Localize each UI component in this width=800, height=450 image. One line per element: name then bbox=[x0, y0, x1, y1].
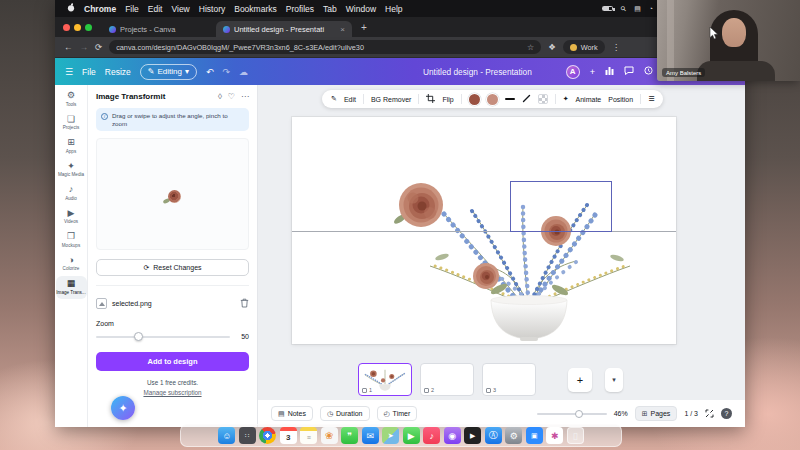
page-thumbnail-2[interactable]: 2 bbox=[420, 363, 474, 396]
more-options-icon[interactable]: ⋯ bbox=[241, 92, 249, 101]
reload-button[interactable]: ⟳ bbox=[95, 42, 102, 52]
flip-button[interactable]: Flip bbox=[442, 96, 453, 103]
sidebar-item-mockups[interactable]: ❐ Mockups bbox=[56, 229, 87, 252]
dock-icon-slack[interactable]: ✱ bbox=[546, 427, 563, 444]
hamburger-menu-icon[interactable]: ☰ bbox=[65, 67, 73, 77]
menu-item-help[interactable]: Help bbox=[385, 4, 402, 14]
participant-video[interactable]: Amy Balsters bbox=[657, 0, 800, 81]
position-button[interactable]: Position bbox=[608, 96, 633, 103]
resize-menu[interactable]: Resize bbox=[105, 67, 131, 77]
dock-icon-chrome[interactable] bbox=[259, 427, 276, 444]
help-button[interactable]: ? bbox=[721, 408, 732, 419]
sidebar-item-videos[interactable]: ▶ Videos bbox=[56, 206, 87, 229]
sidebar-item-magic-media[interactable]: ✦ Magic Media bbox=[56, 159, 87, 182]
sidebar-item-projects[interactable]: ❏ Projects bbox=[56, 112, 87, 135]
sidebar-item-audio[interactable]: ♪ Audio bbox=[56, 182, 87, 205]
browser-menu-icon[interactable]: ⋮ bbox=[612, 42, 621, 52]
window-zoom-button[interactable] bbox=[85, 24, 92, 31]
slide-line-element[interactable] bbox=[292, 231, 676, 232]
page-thumbnail-3[interactable]: 3 bbox=[482, 363, 536, 396]
bookmark-star-icon[interactable]: ☆ bbox=[527, 43, 534, 52]
undo-icon[interactable]: ↶ bbox=[206, 67, 214, 77]
browser-profile-chip[interactable]: Work bbox=[563, 40, 605, 54]
adjust-sliders-icon[interactable]: ☰ bbox=[648, 95, 654, 103]
menu-item-window[interactable]: Window bbox=[346, 4, 376, 14]
dock-icon-messages[interactable]: ❞ bbox=[341, 427, 358, 444]
browser-tab-projects[interactable]: Projects - Canva bbox=[102, 21, 210, 37]
dock-icon-maps[interactable]: ➤ bbox=[382, 427, 399, 444]
account-avatar[interactable]: A bbox=[566, 65, 580, 79]
editing-mode-dropdown[interactable]: ✎ Editing ▾ bbox=[140, 64, 197, 80]
pages-view-button[interactable]: ⊞ Pages bbox=[635, 406, 678, 421]
sidebar-item-colorize[interactable]: ◑ Colorize bbox=[56, 253, 87, 276]
page-thumbnail-1[interactable]: 1 bbox=[358, 363, 412, 396]
like-icon[interactable]: ♡ bbox=[228, 92, 235, 101]
zoom-slider-knob[interactable] bbox=[134, 332, 143, 341]
line-style-icon[interactable] bbox=[522, 94, 531, 104]
menu-item-tab[interactable]: Tab bbox=[323, 4, 337, 14]
duration-button[interactable]: ◷ Duration bbox=[320, 406, 370, 421]
invite-member-icon[interactable]: + bbox=[590, 67, 595, 77]
insights-icon[interactable] bbox=[605, 66, 614, 77]
dock-icon-app-store[interactable]: Ⓐ bbox=[485, 427, 502, 444]
dock-icon-launchpad[interactable]: ∷ bbox=[239, 427, 256, 444]
comments-icon[interactable] bbox=[624, 66, 634, 77]
url-field[interactable]: canva.com/design/DAGvOB0IqgM/_Pwee7VR3n3… bbox=[109, 40, 541, 54]
transform-preview[interactable] bbox=[96, 138, 249, 250]
menu-item-history[interactable]: History bbox=[199, 4, 225, 14]
control-center-icon[interactable]: ▤ bbox=[634, 5, 641, 13]
forward-button[interactable]: → bbox=[80, 42, 89, 52]
zoom-slider[interactable] bbox=[96, 336, 230, 338]
animate-button[interactable]: Animate bbox=[576, 96, 602, 103]
dock-icon-zoom[interactable]: ▣ bbox=[526, 427, 543, 444]
apple-menu-icon[interactable] bbox=[67, 3, 75, 14]
canvas-zoom-knob[interactable] bbox=[575, 410, 583, 418]
bg-remover-button[interactable]: BG Remover bbox=[371, 96, 411, 103]
selection-box[interactable] bbox=[510, 181, 612, 232]
fullscreen-icon[interactable] bbox=[705, 409, 714, 419]
sidebar-item-tools[interactable]: ⚙ Tools bbox=[56, 88, 87, 111]
menu-item-profiles[interactable]: Profiles bbox=[286, 4, 314, 14]
manage-subscription-link[interactable]: Manage subscription bbox=[96, 389, 249, 396]
file-menu[interactable]: File bbox=[82, 67, 96, 77]
dock-icon-finder[interactable]: ☺ bbox=[218, 427, 235, 444]
collapse-pages-icon[interactable]: ▾ bbox=[605, 368, 623, 392]
presentation-slide[interactable] bbox=[292, 117, 676, 344]
dock-icon-calendar[interactable]: 3 bbox=[280, 427, 297, 444]
back-button[interactable]: ← bbox=[64, 42, 73, 52]
dock-icon-podcasts[interactable]: ◉ bbox=[444, 427, 461, 444]
menu-item-edit[interactable]: Edit bbox=[148, 4, 163, 14]
reset-changes-button[interactable]: ⟳ Reset Changes bbox=[96, 259, 249, 276]
canvas-zoom-slider[interactable] bbox=[537, 413, 607, 415]
new-tab-button[interactable]: + bbox=[361, 22, 367, 33]
dock-icon-photos[interactable]: ❀ bbox=[321, 427, 338, 444]
dock-icon-tv[interactable]: ▶ bbox=[464, 427, 481, 444]
window-close-button[interactable] bbox=[63, 24, 70, 31]
transparency-icon[interactable] bbox=[538, 94, 548, 104]
stroke-style-icon[interactable] bbox=[505, 98, 515, 101]
timer-button[interactable]: ◴ Timer bbox=[377, 406, 418, 421]
add-page-button[interactable]: + bbox=[568, 368, 592, 392]
window-minimize-button[interactable] bbox=[74, 24, 81, 31]
redo-icon[interactable]: ↷ bbox=[223, 67, 231, 77]
menu-item-chrome[interactable]: Chrome bbox=[84, 4, 116, 14]
color-swatch-light-rose[interactable] bbox=[487, 94, 498, 105]
browser-tab-active[interactable]: Untitled design - Presentati × bbox=[216, 21, 352, 37]
extensions-icon[interactable]: ❖ bbox=[548, 42, 556, 52]
dock-icon-notes[interactable]: ≡ bbox=[300, 427, 317, 444]
delete-file-icon[interactable] bbox=[240, 294, 249, 312]
canva-assistant-button[interactable]: ✦ bbox=[111, 396, 135, 420]
timer-icon[interactable] bbox=[644, 66, 653, 77]
menu-item-bookmarks[interactable]: Bookmarks bbox=[234, 4, 277, 14]
add-to-design-button[interactable]: Add to design bbox=[96, 352, 249, 371]
dock-icon-settings[interactable]: ⚙ bbox=[505, 427, 522, 444]
sidebar-item-image-transformit[interactable]: ▦ Image Trans... bbox=[56, 276, 87, 299]
dock-icon-mail[interactable]: ✉ bbox=[362, 427, 379, 444]
dock-icon-trash[interactable]: ▯ bbox=[567, 427, 584, 444]
edit-button[interactable]: Edit bbox=[344, 96, 356, 103]
crop-icon[interactable] bbox=[426, 94, 435, 104]
dock-icon-facetime[interactable]: ▶ bbox=[403, 427, 420, 444]
menu-item-view[interactable]: View bbox=[171, 4, 189, 14]
tab-close-icon[interactable]: × bbox=[340, 25, 345, 34]
color-swatch-dark-rose[interactable] bbox=[469, 94, 480, 105]
